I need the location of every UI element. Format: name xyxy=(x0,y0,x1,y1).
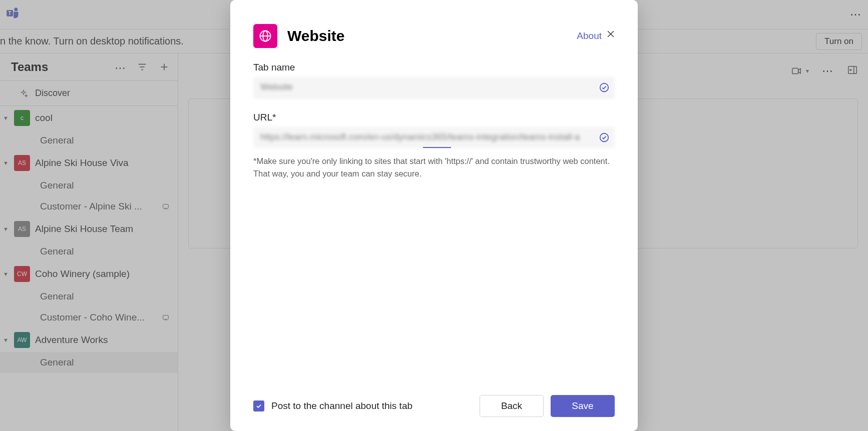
save-button[interactable]: Save xyxy=(551,395,615,417)
url-label: URL* xyxy=(253,112,615,123)
svg-point-19 xyxy=(600,134,609,142)
modal-overlay: Website About Tab name URL* *Make sure y… xyxy=(0,0,868,431)
close-icon[interactable] xyxy=(606,29,616,39)
url-helper-text: *Make sure you're only linking to sites … xyxy=(253,155,615,180)
back-button[interactable]: Back xyxy=(480,395,544,417)
tab-name-label: Tab name xyxy=(253,62,615,73)
check-circle-icon xyxy=(599,82,610,93)
post-channel-label: Post to the channel about this tab xyxy=(271,400,473,412)
check-circle-icon xyxy=(599,132,610,143)
focus-underline xyxy=(423,147,451,148)
url-input[interactable] xyxy=(253,127,615,148)
svg-point-18 xyxy=(600,84,609,92)
about-link[interactable]: About xyxy=(577,30,602,42)
dialog-title: Website xyxy=(287,28,567,44)
globe-icon xyxy=(253,24,277,48)
post-channel-checkbox[interactable] xyxy=(253,400,264,412)
add-tab-dialog: Website About Tab name URL* *Make sure y… xyxy=(230,0,638,431)
tab-name-input[interactable] xyxy=(253,77,615,98)
